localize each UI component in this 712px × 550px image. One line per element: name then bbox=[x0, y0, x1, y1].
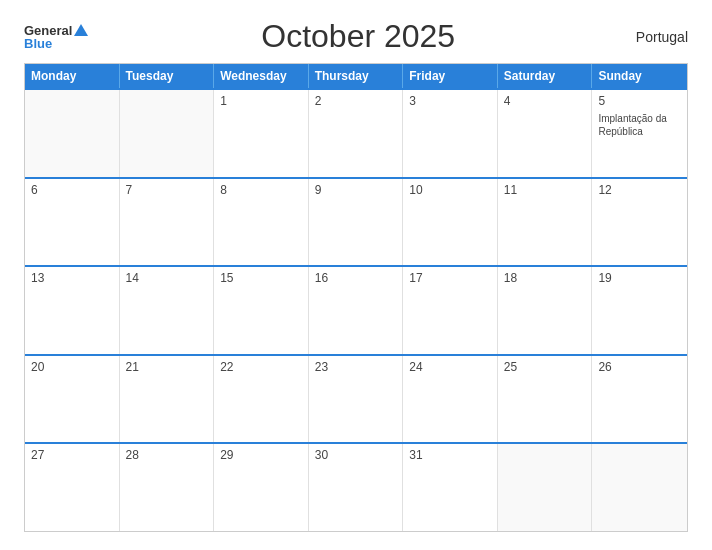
calendar-cell: 19 bbox=[592, 267, 687, 354]
col-sunday: Sunday bbox=[592, 64, 687, 88]
calendar-cell: 27 bbox=[25, 444, 120, 531]
calendar-cell bbox=[592, 444, 687, 531]
logo-block: General Blue bbox=[24, 24, 88, 50]
calendar-cell: 17 bbox=[403, 267, 498, 354]
day-event: Implantação da República bbox=[598, 112, 681, 138]
day-number: 11 bbox=[504, 183, 586, 197]
calendar-cell: 1 bbox=[214, 90, 309, 177]
day-number: 2 bbox=[315, 94, 397, 108]
calendar-cell: 12 bbox=[592, 179, 687, 266]
calendar-cell bbox=[25, 90, 120, 177]
calendar-cell: 8 bbox=[214, 179, 309, 266]
calendar-cell: 5Implantação da República bbox=[592, 90, 687, 177]
col-wednesday: Wednesday bbox=[214, 64, 309, 88]
day-number: 29 bbox=[220, 448, 302, 462]
calendar-cell: 30 bbox=[309, 444, 404, 531]
day-number: 4 bbox=[504, 94, 586, 108]
calendar-cell: 23 bbox=[309, 356, 404, 443]
calendar-cell: 25 bbox=[498, 356, 593, 443]
calendar-cell: 10 bbox=[403, 179, 498, 266]
calendar-cell: 11 bbox=[498, 179, 593, 266]
calendar-cell bbox=[498, 444, 593, 531]
header: General Blue October 2025 Portugal bbox=[24, 18, 688, 55]
day-number: 16 bbox=[315, 271, 397, 285]
calendar-week-2: 6789101112 bbox=[25, 177, 687, 266]
day-number: 8 bbox=[220, 183, 302, 197]
calendar-body: 12345Implantação da República67891011121… bbox=[25, 88, 687, 531]
calendar-week-5: 2728293031 bbox=[25, 442, 687, 531]
col-friday: Friday bbox=[403, 64, 498, 88]
calendar-cell: 14 bbox=[120, 267, 215, 354]
calendar-header-row: Monday Tuesday Wednesday Thursday Friday… bbox=[25, 64, 687, 88]
logo-text-general: General bbox=[24, 24, 72, 37]
col-tuesday: Tuesday bbox=[120, 64, 215, 88]
day-number: 1 bbox=[220, 94, 302, 108]
calendar-week-3: 13141516171819 bbox=[25, 265, 687, 354]
calendar: Monday Tuesday Wednesday Thursday Friday… bbox=[24, 63, 688, 532]
day-number: 24 bbox=[409, 360, 491, 374]
day-number: 25 bbox=[504, 360, 586, 374]
day-number: 21 bbox=[126, 360, 208, 374]
day-number: 28 bbox=[126, 448, 208, 462]
calendar-cell: 26 bbox=[592, 356, 687, 443]
logo: General Blue bbox=[24, 24, 88, 50]
calendar-title: October 2025 bbox=[88, 18, 628, 55]
calendar-cell: 28 bbox=[120, 444, 215, 531]
day-number: 10 bbox=[409, 183, 491, 197]
calendar-cell: 2 bbox=[309, 90, 404, 177]
calendar-cell: 9 bbox=[309, 179, 404, 266]
day-number: 13 bbox=[31, 271, 113, 285]
day-number: 22 bbox=[220, 360, 302, 374]
day-number: 17 bbox=[409, 271, 491, 285]
day-number: 3 bbox=[409, 94, 491, 108]
calendar-cell: 7 bbox=[120, 179, 215, 266]
day-number: 26 bbox=[598, 360, 681, 374]
calendar-cell: 6 bbox=[25, 179, 120, 266]
calendar-cell: 29 bbox=[214, 444, 309, 531]
calendar-cell: 16 bbox=[309, 267, 404, 354]
calendar-cell: 4 bbox=[498, 90, 593, 177]
day-number: 12 bbox=[598, 183, 681, 197]
day-number: 5 bbox=[598, 94, 681, 108]
day-number: 15 bbox=[220, 271, 302, 285]
logo-top-row: General bbox=[24, 24, 88, 37]
calendar-week-4: 20212223242526 bbox=[25, 354, 687, 443]
day-number: 18 bbox=[504, 271, 586, 285]
calendar-cell bbox=[120, 90, 215, 177]
calendar-cell: 13 bbox=[25, 267, 120, 354]
calendar-cell: 21 bbox=[120, 356, 215, 443]
day-number: 31 bbox=[409, 448, 491, 462]
day-number: 30 bbox=[315, 448, 397, 462]
day-number: 20 bbox=[31, 360, 113, 374]
calendar-cell: 20 bbox=[25, 356, 120, 443]
col-saturday: Saturday bbox=[498, 64, 593, 88]
calendar-cell: 18 bbox=[498, 267, 593, 354]
day-number: 7 bbox=[126, 183, 208, 197]
calendar-week-1: 12345Implantação da República bbox=[25, 88, 687, 177]
col-thursday: Thursday bbox=[309, 64, 404, 88]
calendar-cell: 3 bbox=[403, 90, 498, 177]
country-label: Portugal bbox=[628, 29, 688, 45]
calendar-cell: 24 bbox=[403, 356, 498, 443]
calendar-cell: 15 bbox=[214, 267, 309, 354]
day-number: 27 bbox=[31, 448, 113, 462]
day-number: 6 bbox=[31, 183, 113, 197]
page: General Blue October 2025 Portugal Monda… bbox=[0, 0, 712, 550]
calendar-cell: 22 bbox=[214, 356, 309, 443]
col-monday: Monday bbox=[25, 64, 120, 88]
day-number: 23 bbox=[315, 360, 397, 374]
day-number: 9 bbox=[315, 183, 397, 197]
calendar-cell: 31 bbox=[403, 444, 498, 531]
day-number: 14 bbox=[126, 271, 208, 285]
logo-triangle-icon bbox=[74, 24, 88, 36]
logo-text-blue: Blue bbox=[24, 37, 52, 50]
day-number: 19 bbox=[598, 271, 681, 285]
